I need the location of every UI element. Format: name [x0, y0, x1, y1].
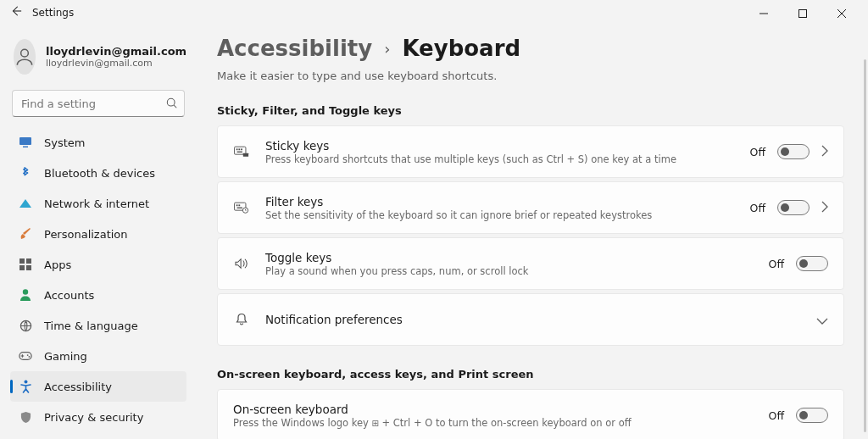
- row-desc: Play a sound when you press caps, num, o…: [265, 265, 754, 277]
- chevron-right-icon[interactable]: [821, 200, 828, 216]
- sound-icon: [233, 258, 250, 270]
- svg-rect-3: [19, 137, 31, 145]
- svg-rect-23: [238, 204, 240, 206]
- sidebar-item-label: Gaming: [44, 350, 87, 363]
- sidebar-item-label: Bluetooth & devices: [44, 167, 155, 180]
- sidebar-item-personalization[interactable]: Personalization: [10, 219, 186, 249]
- breadcrumb-current: Keyboard: [402, 36, 520, 61]
- svg-rect-15: [234, 147, 246, 154]
- svg-point-13: [29, 356, 31, 358]
- bluetooth-icon: [19, 166, 32, 180]
- svg-rect-5: [19, 258, 25, 264]
- svg-point-2: [167, 98, 175, 106]
- shield-icon: [19, 410, 32, 424]
- sidebar-item-gaming[interactable]: Gaming: [10, 341, 186, 371]
- section-header-onscreen: On-screen keyboard, access keys, and Pri…: [217, 368, 844, 381]
- row-title: Toggle keys: [265, 251, 754, 264]
- sidebar-item-label: System: [44, 136, 85, 149]
- gamepad-icon: [19, 349, 32, 363]
- svg-rect-6: [26, 258, 31, 264]
- row-desc: Press keyboard shortcuts that use multip…: [265, 153, 735, 165]
- bell-icon: [233, 313, 250, 326]
- sidebar-item-privacy[interactable]: Privacy & security: [10, 402, 186, 432]
- row-title: Notification preferences: [265, 313, 801, 326]
- onscreen-keyboard-row[interactable]: On-screen keyboard Press the Windows log…: [217, 389, 844, 439]
- sidebar-item-label: Privacy & security: [44, 411, 143, 424]
- svg-point-1: [21, 49, 29, 57]
- row-title: On-screen keyboard: [233, 403, 754, 416]
- breadcrumb: Accessibility › Keyboard: [217, 36, 844, 61]
- svg-point-9: [23, 289, 28, 294]
- titlebar: Settings: [0, 0, 868, 27]
- avatar: [14, 39, 36, 75]
- person-icon: [14, 46, 36, 68]
- search-input[interactable]: [12, 90, 185, 117]
- wifi-icon: [19, 197, 32, 210]
- accessibility-icon: [19, 380, 32, 393]
- brush-icon: [19, 227, 32, 241]
- account-name: lloydrlevin@gmail.com: [46, 45, 186, 58]
- svg-rect-17: [238, 148, 240, 150]
- svg-rect-7: [19, 265, 25, 270]
- filter-keys-toggle[interactable]: [777, 200, 810, 215]
- sidebar-item-network[interactable]: Network & internet: [10, 188, 186, 219]
- sidebar-item-update[interactable]: Windows Update: [10, 432, 186, 439]
- sidebar-item-label: Personalization: [44, 228, 128, 241]
- svg-rect-22: [236, 204, 238, 206]
- chevron-right-icon[interactable]: [821, 144, 828, 160]
- svg-rect-18: [241, 148, 242, 150]
- toggle-state: Off: [769, 258, 784, 270]
- back-button[interactable]: [10, 5, 22, 19]
- sidebar-item-label: Network & internet: [44, 197, 149, 210]
- window-controls: [744, 0, 861, 27]
- sidebar-item-label: Accessibility: [44, 381, 112, 393]
- chevron-down-icon[interactable]: [816, 312, 828, 328]
- account-block[interactable]: lloydrlevin@gmail.com lloydrlevin@gmail.…: [10, 31, 186, 88]
- main-content: Accessibility › Keyboard Make it easier …: [193, 27, 868, 439]
- sidebar-item-bluetooth[interactable]: Bluetooth & devices: [10, 158, 186, 188]
- section-header-sticky: Sticky, Filter, and Toggle keys: [217, 104, 844, 117]
- svg-rect-8: [26, 265, 31, 270]
- row-desc: Press the Windows logo key ⊞ + Ctrl + O …: [233, 417, 754, 429]
- grid-icon: [19, 258, 32, 271]
- search-wrap: [12, 90, 185, 117]
- toggle-keys-row[interactable]: Toggle keys Play a sound when you press …: [217, 237, 844, 290]
- sidebar-item-accessibility[interactable]: Accessibility: [10, 371, 186, 402]
- close-icon: [837, 9, 846, 18]
- sidebar-item-system[interactable]: System: [10, 127, 186, 158]
- svg-point-14: [24, 381, 27, 384]
- account-email: lloydrlevin@gmail.com: [46, 58, 186, 69]
- osk-toggle[interactable]: [796, 408, 828, 423]
- filter-keys-row[interactable]: Filter keys Set the sensitivity of the k…: [217, 181, 844, 234]
- chevron-right-icon: ›: [384, 40, 390, 58]
- sidebar-item-apps[interactable]: Apps: [10, 249, 186, 280]
- keyboard-icon: [233, 146, 250, 158]
- sidebar-item-label: Accounts: [44, 289, 94, 302]
- close-button[interactable]: [822, 0, 861, 27]
- svg-rect-24: [237, 208, 242, 208]
- minimize-icon: [760, 9, 768, 18]
- row-title: Filter keys: [265, 195, 735, 208]
- minimize-button[interactable]: [744, 0, 783, 27]
- row-desc: Set the sensitivity of the keyboard so i…: [265, 209, 735, 221]
- sidebar-item-time[interactable]: Time & language: [10, 310, 186, 341]
- sidebar-item-accounts[interactable]: Accounts: [10, 280, 186, 310]
- window-title: Settings: [32, 7, 74, 19]
- toggle-keys-toggle[interactable]: [796, 256, 828, 271]
- svg-rect-19: [237, 152, 242, 153]
- sticky-keys-row[interactable]: Sticky keys Press keyboard shortcuts tha…: [217, 125, 844, 178]
- notification-preferences-row[interactable]: Notification preferences: [217, 293, 844, 346]
- maximize-button[interactable]: [783, 0, 822, 27]
- sticky-keys-toggle[interactable]: [777, 144, 810, 159]
- keyboard-clock-icon: [233, 202, 250, 214]
- back-arrow-icon: [10, 5, 22, 17]
- toggle-state: Off: [750, 202, 765, 214]
- toggle-state: Off: [750, 146, 765, 158]
- monitor-icon: [19, 136, 32, 149]
- svg-rect-0: [799, 10, 807, 18]
- scrollbar[interactable]: [864, 59, 866, 432]
- sidebar-item-label: Apps: [44, 258, 71, 271]
- breadcrumb-parent[interactable]: Accessibility: [217, 36, 372, 61]
- search-icon: [166, 97, 178, 113]
- sidebar-item-label: Time & language: [44, 320, 138, 332]
